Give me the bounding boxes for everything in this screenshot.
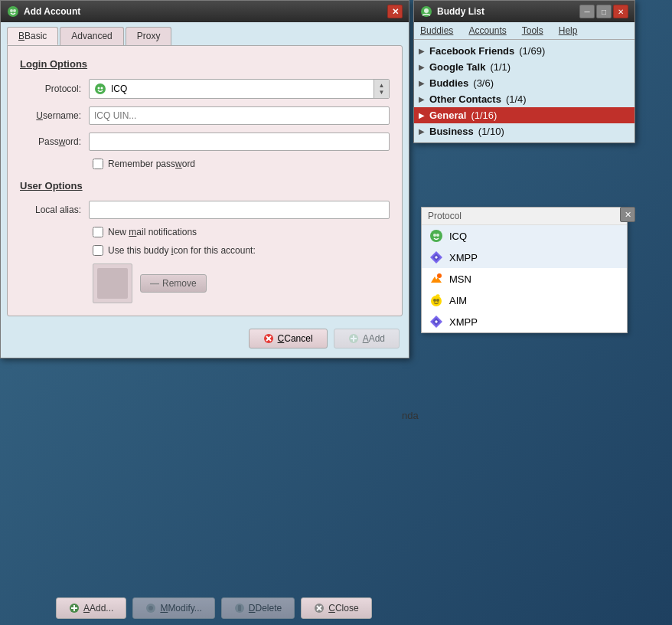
group-business[interactable]: ▶ Business (1/10) [414,123,634,139]
tab-basic[interactable]: BBasic [7,27,58,45]
close-button[interactable]: ✕ [387,5,403,18]
add-account-titlebar: Add Account ✕ [1,1,409,22]
buddy-icon-box[interactable] [93,263,132,303]
tab-basic-label: BBasic [18,31,47,41]
buddy-titlebar-left: Buddy List [420,5,484,18]
protocol-dropdown: Protocol ICQ XMPP MSN [421,207,628,333]
protocol-msn-name: MSN [449,273,471,285]
group-google-talk[interactable]: ▶ Google Talk (1/1) [414,59,634,75]
remove-button[interactable]: — Remove [140,274,207,293]
group-count-google: (1/1) [490,61,511,73]
remember-password-checkbox[interactable] [93,159,103,169]
group-facebook[interactable]: ▶ Facebook Friends (1/69) [414,43,634,59]
svg-point-14 [430,230,442,242]
bottom-delete-button[interactable]: DDelete [221,597,295,619]
protocol-arrows[interactable]: ▲ ▼ [374,80,389,98]
cancel-button[interactable]: CCancel [249,329,328,348]
add-button[interactable]: AAdd [334,329,400,348]
tab-proxy[interactable]: Proxy [126,27,172,45]
svg-point-2 [13,9,16,12]
svg-point-21 [431,296,442,306]
section-separator: User Options [20,180,390,191]
group-count-buddies: (3/6) [473,77,494,89]
protocol-item-msn[interactable]: MSN [422,268,627,290]
menu-tools[interactable]: Tools [519,24,546,38]
group-count-general: (1/16) [471,110,497,121]
group-other-contacts[interactable]: ▶ Other Contacts (1/4) [414,91,634,107]
tab-bar: BBasic Advanced Proxy [1,22,409,45]
group-general[interactable]: ▶ General (1/16) [414,107,634,123]
username-label: Username: [20,110,89,121]
group-arrow-facebook: ▶ [419,47,425,55]
group-arrow-google: ▶ [419,63,425,71]
protocol-row: Protocol: ICQ ▲ ▼ [20,79,390,99]
menu-accounts[interactable]: Accounts [465,24,509,38]
buddy-list-titlebar: Buddy List ─ □ ✕ [414,1,634,22]
tab-advanced[interactable]: Advanced [60,27,123,45]
remember-password-label: Remember password [108,159,195,169]
group-count-facebook: (1/69) [519,45,545,57]
protocol-item-xmpp1[interactable]: XMPP [422,247,627,268]
username-input[interactable] [89,106,390,125]
tab-advanced-label: Advanced [71,31,112,41]
icq-protocol-icon [94,83,106,95]
tab-basic-underline: B [18,31,24,41]
new-mail-checkbox[interactable] [93,227,103,237]
buddy-icon-checkbox-row: Use this buddy icon for this account: [93,245,390,256]
password-label: Password: [20,136,89,147]
protocol-item-aim[interactable]: AIM [422,290,627,311]
bottom-close-button[interactable]: CClose [301,597,371,619]
svg-point-20 [437,273,442,278]
protocol-label: Protocol: [20,83,89,94]
protocol-xmpp2-name: XMPP [449,316,478,328]
remember-underline-w: w [175,159,182,169]
protocol-select[interactable]: ICQ ▲ ▼ [89,79,390,99]
password-input[interactable] [89,133,390,151]
protocol-dropdown-close[interactable]: ✕ [620,207,635,222]
protocol-icq-name: ICQ [449,231,467,242]
icq-icon [429,229,443,243]
local-alias-label: Local alias: [20,205,89,215]
menu-buddies[interactable]: Buddies [417,24,456,38]
partial-text: nda [402,410,419,421]
protocol-item-icq[interactable]: ICQ [422,225,627,247]
buddy-list-title: Buddy List [437,6,484,17]
buddy-menu: Buddies Accounts Tools Help [414,22,634,40]
local-alias-input[interactable] [89,201,390,219]
new-mail-label: New mail notifications [108,227,197,237]
add-account-footer: CCancel AAdd [1,322,409,358]
buddy-list-minimize-button[interactable]: ─ [579,5,595,18]
group-name-other: Other Contacts [429,93,501,105]
remove-label: Remove [162,278,197,289]
buddy-list-close-button[interactable]: ✕ [613,5,628,18]
remove-icon: — [150,278,159,289]
bottom-close-label: CClose [328,603,358,614]
protocol-item-xmpp2[interactable]: XMPP [422,311,627,332]
protocol-dropdown-title: Protocol [422,208,627,225]
new-mail-row: New mail notifications [93,227,390,237]
bottom-add-icon [69,603,80,614]
svg-point-0 [8,6,18,17]
local-alias-row: Local alias: [20,201,390,219]
group-name-facebook: Facebook Friends [429,45,514,57]
bottom-add-button[interactable]: AAdd... [56,597,126,619]
msn-icon [429,272,443,286]
down-arrow-icon: ▼ [379,89,385,96]
add-account-content: Login Options Protocol: ICQ ▲ ▼ [7,45,403,316]
xmpp2-icon [429,315,443,329]
xmpp-icon [429,250,443,264]
buddy-list-window-icon [420,5,432,18]
bottom-add-label: AAdd... [83,603,113,614]
buddy-list-maximize-button[interactable]: □ [596,5,612,18]
buddy-icon-checkbox[interactable] [93,245,103,256]
add-account-window: Add Account ✕ BBasic Advanced Proxy Logi… [0,0,409,358]
bottom-modify-button[interactable]: MModify... [132,597,214,619]
protocol-name: ICQ [111,83,127,94]
svg-point-15 [433,234,436,237]
group-buddies[interactable]: ▶ Buddies (3/6) [414,75,634,91]
svg-point-13 [424,8,429,13]
menu-help[interactable]: Help [556,24,581,38]
protocol-aim-name: AIM [449,295,467,306]
bottom-modify-icon [145,603,156,614]
add-button-icon [348,333,359,344]
